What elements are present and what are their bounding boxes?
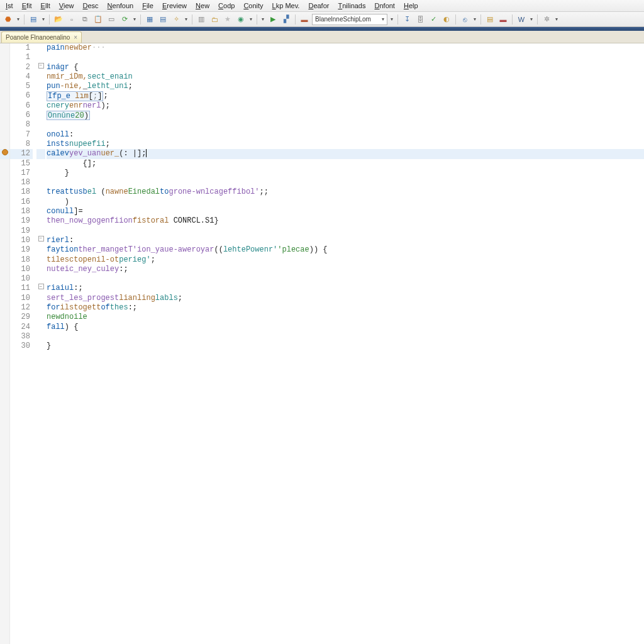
menu-efit[interactable]: Efit (18, 1, 36, 11)
code-line[interactable]: sert_les_progest lianling labls; (47, 294, 644, 303)
breakpoint-cell[interactable] (0, 169, 9, 178)
brick-icon[interactable]: ▬ (299, 14, 310, 25)
fold-margin[interactable]: −−− (36, 43, 45, 644)
paste-icon[interactable]: 📋 (92, 14, 104, 25)
fold-cell[interactable] (36, 274, 45, 284)
code-line[interactable] (47, 226, 644, 236)
menu-conity[interactable]: Conity (239, 1, 267, 11)
code-line[interactable]: pain newber ··· (47, 43, 644, 53)
flag-icon[interactable]: ▶ (267, 14, 279, 25)
code-area[interactable]: pain newber ··· inágr { nmir_iDm, sect_e… (45, 43, 644, 644)
code-line[interactable]: conull]= (47, 207, 644, 216)
breakpoint-cell[interactable] (0, 178, 9, 187)
breakpoint-cell[interactable] (0, 159, 9, 169)
dropdown-arrow-icon[interactable]: ▾ (260, 16, 265, 22)
link-icon[interactable]: ⎋ (459, 14, 470, 25)
fold-cell[interactable] (36, 140, 45, 149)
breakpoint-cell[interactable] (0, 43, 9, 53)
dropdown-arrow-icon[interactable]: ▾ (472, 16, 477, 22)
layout-icon[interactable]: ▥ (196, 14, 207, 25)
fold-toggle-icon[interactable]: − (38, 63, 44, 69)
globe-icon[interactable]: ◉ (235, 14, 247, 25)
folder-icon[interactable]: 🗀 (209, 14, 220, 25)
code-line[interactable]: pun -nie,_letht_uni; (47, 82, 644, 91)
doc-icon[interactable]: ▭ (106, 14, 117, 25)
dropdown-arrow-icon[interactable]: ▾ (248, 16, 253, 22)
fold-cell[interactable] (36, 341, 45, 351)
menu-desc[interactable]: Desc (78, 1, 103, 11)
code-line[interactable]: nuteic_ney_culey:; (47, 265, 644, 274)
fold-cell[interactable] (36, 255, 45, 265)
code-line[interactable] (47, 178, 644, 187)
menu-codp[interactable]: Codp (214, 1, 239, 11)
code-editor[interactable]: 1124566687812151718181618191910191810101… (0, 43, 644, 644)
breakpoint-cell[interactable] (0, 120, 9, 130)
code-line[interactable]: Onnûne20) (47, 111, 644, 120)
breakpoint-cell[interactable] (0, 236, 9, 245)
breakpoint-cell[interactable] (0, 149, 9, 158)
check-icon[interactable]: ✓ (428, 14, 439, 25)
fold-cell[interactable] (36, 265, 45, 274)
table-icon[interactable]: ▤ (157, 14, 169, 25)
breakpoint-cell[interactable] (0, 255, 9, 265)
breakpoint-cell[interactable] (0, 53, 9, 62)
copy-icon[interactable]: ⧉ (79, 14, 91, 25)
code-line[interactable]: calev yev_uan uer_(: |]; (47, 149, 644, 158)
fold-cell[interactable]: − (36, 63, 45, 72)
fold-cell[interactable] (36, 332, 45, 341)
dropdown-arrow-icon[interactable]: ▾ (41, 16, 46, 22)
breakpoint-cell[interactable] (0, 313, 9, 322)
file-tab-active[interactable]: Poanole Flnanoenalino × (1, 31, 82, 43)
fold-cell[interactable] (36, 216, 45, 226)
fold-cell[interactable] (36, 159, 45, 169)
fold-cell[interactable] (36, 111, 45, 120)
fold-cell[interactable] (36, 91, 45, 101)
fold-cell[interactable] (36, 303, 45, 313)
dropdown-arrow-icon[interactable]: ▾ (554, 16, 559, 22)
star-icon[interactable]: ★ (222, 14, 233, 25)
breakpoint-cell[interactable] (0, 274, 9, 284)
breakpoint-cell[interactable] (0, 197, 9, 207)
breakpoint-cell[interactable] (0, 101, 9, 111)
code-line[interactable]: } (47, 169, 644, 178)
fold-cell[interactable]: − (36, 284, 45, 293)
breakpoint-cell[interactable] (0, 265, 9, 274)
code-line[interactable]: {]; (47, 159, 644, 169)
grid-icon[interactable]: ▦ (144, 14, 155, 25)
menu-ist[interactable]: Ist (1, 1, 18, 11)
code-line[interactable]: tilesctopenil-ot perieg'; (47, 255, 644, 265)
breakpoint-cell[interactable] (0, 91, 9, 101)
code-line[interactable]: ) (47, 197, 644, 207)
help-icon[interactable]: ◐ (441, 14, 452, 25)
code-line[interactable] (47, 53, 644, 62)
code-line[interactable]: then_now_gogenfiion fistoral CONRCL.S1} (47, 216, 644, 226)
code-line[interactable]: riaiul:; (47, 284, 644, 293)
code-line[interactable] (47, 120, 644, 130)
fold-cell[interactable] (36, 207, 45, 216)
code-line[interactable]: for ilstogett of thes:; (47, 303, 644, 313)
code-line[interactable]: Ifp_e lım[;]; (47, 91, 644, 101)
close-icon[interactable]: ▬ (497, 14, 509, 25)
breakpoint-cell[interactable] (0, 187, 9, 197)
fold-cell[interactable] (36, 101, 45, 111)
dropdown-arrow-icon[interactable]: ▾ (389, 16, 394, 22)
refresh-icon[interactable]: ⟳ (119, 14, 130, 25)
menu-ereview[interactable]: Ereview (158, 1, 191, 11)
breakpoint-cell[interactable] (0, 323, 9, 332)
fold-cell[interactable] (36, 53, 45, 62)
stop-icon[interactable]: ⬣ (3, 14, 14, 25)
w-icon[interactable]: W (516, 14, 527, 25)
code-line[interactable]: cnery enr nerl); (47, 101, 644, 111)
fold-cell[interactable] (36, 82, 45, 91)
new-icon[interactable]: ▫ (66, 14, 77, 25)
fold-cell[interactable] (36, 72, 45, 82)
menu-dnfont[interactable]: Dnfont (370, 1, 399, 11)
code-line[interactable] (47, 274, 644, 284)
breakpoint-cell[interactable] (0, 294, 9, 303)
fold-cell[interactable] (36, 323, 45, 332)
fold-cell[interactable] (36, 178, 45, 187)
save2-icon[interactable]: ▤ (484, 14, 496, 25)
chart-icon[interactable]: ▞ (280, 14, 292, 25)
dropdown-arrow-icon[interactable]: ▾ (184, 16, 189, 22)
breakpoint-cell[interactable] (0, 245, 9, 255)
